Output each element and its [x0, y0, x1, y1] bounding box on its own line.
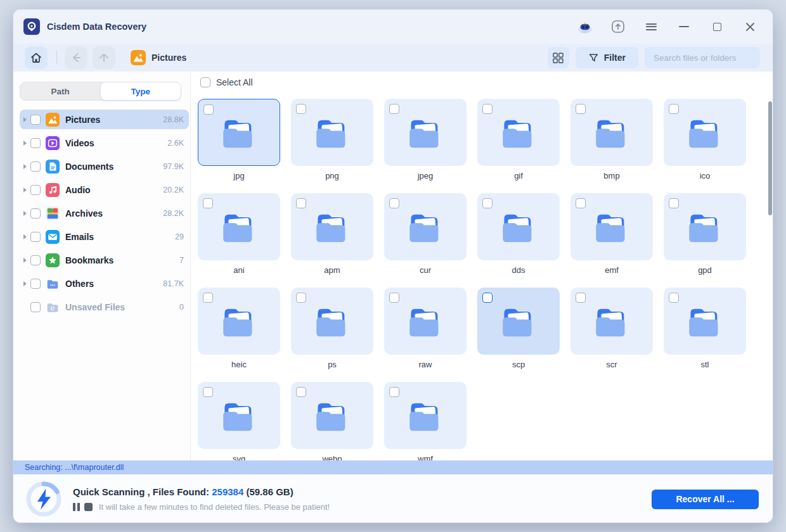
folder-checkbox[interactable]	[296, 104, 306, 114]
folder-checkbox[interactable]	[389, 198, 399, 208]
folder-tile-scr[interactable]: scr	[570, 288, 653, 371]
search-input[interactable]	[654, 53, 766, 63]
folder-tile-ani[interactable]: ani	[198, 193, 280, 277]
folder-tile-jpeg[interactable]: jpeg	[384, 99, 467, 182]
folder-checkbox[interactable]	[669, 198, 679, 208]
folder-checkbox[interactable]	[669, 293, 679, 303]
folder-checkbox[interactable]	[389, 104, 399, 114]
folder-checkbox[interactable]	[296, 387, 306, 397]
select-all[interactable]: Select All	[200, 77, 253, 87]
folder-tile-stl[interactable]: stl	[664, 288, 746, 371]
sidebar-item-checkbox[interactable]	[30, 279, 41, 289]
close-button[interactable]	[741, 18, 759, 35]
scan-progress-icon	[25, 480, 63, 518]
expand-caret-icon[interactable]	[23, 234, 27, 239]
folder-tile-cur[interactable]: cur	[384, 193, 467, 277]
folder-label: cur	[384, 265, 467, 277]
maximize-button[interactable]	[708, 18, 726, 35]
folder-tile-ico[interactable]: ico	[664, 99, 746, 182]
sidebar-item-checkbox[interactable]	[30, 255, 41, 265]
folder-checkbox[interactable]	[203, 198, 213, 208]
folder-icon	[496, 305, 541, 340]
folder-tile-ps[interactable]: ps	[291, 288, 373, 371]
folder-tile-webp[interactable]: webp	[291, 382, 373, 460]
sidebar-item-checkbox[interactable]	[30, 208, 41, 218]
sidebar-item-checkbox[interactable]	[30, 115, 41, 125]
sidebar-item-checkbox[interactable]	[30, 138, 41, 148]
expand-caret-icon[interactable]	[23, 141, 27, 146]
folder-tile-gif[interactable]: gif	[477, 99, 560, 182]
expand-caret-icon[interactable]	[23, 211, 27, 216]
tab-type[interactable]: Type	[101, 82, 181, 100]
expand-caret-icon[interactable]	[23, 258, 27, 263]
folder-tile-gpd[interactable]: gpd	[664, 193, 746, 277]
folder-tile-jpg[interactable]: jpg	[198, 99, 280, 182]
sidebar-item-others[interactable]: Others 81.7K	[20, 274, 189, 293]
sidebar-item-audio[interactable]: Audio 20.2K	[20, 180, 189, 200]
sidebar-item-checkbox[interactable]	[30, 302, 41, 312]
sidebar-item-checkbox[interactable]	[30, 185, 41, 195]
sidebar-item-label: Unsaved Files	[65, 302, 179, 312]
folder-icon	[310, 305, 354, 340]
folder-tile-raw[interactable]: raw	[384, 288, 467, 371]
select-all-checkbox[interactable]	[200, 77, 210, 87]
upload-button[interactable]	[609, 18, 627, 35]
expand-caret-icon[interactable]	[23, 281, 27, 286]
folder-tile-scp[interactable]: scp	[477, 288, 560, 371]
folder-tile-svg[interactable]: svg	[198, 382, 280, 460]
pictures-folder-icon	[131, 50, 146, 65]
sidebar-item-checkbox[interactable]	[30, 232, 41, 242]
view-mode-button[interactable]	[548, 47, 569, 68]
minimize-button[interactable]	[675, 18, 693, 35]
folder-tile-apm[interactable]: apm	[291, 193, 373, 277]
folder-checkbox[interactable]	[576, 104, 586, 114]
back-button[interactable]	[65, 46, 87, 69]
filter-button[interactable]: Filter	[576, 47, 638, 68]
folder-checkbox[interactable]	[203, 293, 213, 303]
sidebar-item-documents[interactable]: Documents 97.9K	[20, 156, 189, 176]
folder-checkbox[interactable]	[203, 387, 213, 397]
folder-tile-heic[interactable]: heic	[198, 288, 280, 371]
folder-tile-bmp[interactable]: bmp	[570, 99, 653, 182]
folder-checkbox[interactable]	[389, 387, 399, 397]
folder-label: stl	[664, 360, 746, 371]
folder-checkbox[interactable]	[482, 293, 493, 303]
folder-tile-png[interactable]: png	[291, 99, 373, 182]
folder-tile-dds[interactable]: dds	[477, 193, 560, 277]
folder-checkbox[interactable]	[576, 293, 586, 303]
menu-button[interactable]	[642, 18, 660, 35]
tab-path[interactable]: Path	[20, 82, 101, 100]
expand-caret-icon[interactable]	[23, 187, 27, 193]
sidebar-item-bookmarks[interactable]: Bookmarks 7	[20, 250, 189, 270]
up-button[interactable]	[93, 46, 115, 69]
sidebar-item-unsaved-files[interactable]: Unsaved Files 0	[20, 297, 189, 317]
folder-tile-emf[interactable]: emf	[570, 193, 653, 277]
folder-checkbox[interactable]	[389, 293, 399, 303]
expand-caret-icon[interactable]	[23, 164, 27, 169]
folder-checkbox[interactable]	[482, 198, 493, 208]
assistant-mascot-icon[interactable]	[576, 18, 594, 35]
expand-caret-icon[interactable]	[23, 117, 27, 122]
search-box[interactable]	[645, 47, 760, 68]
stop-button[interactable]	[84, 503, 93, 511]
sidebar-item-checkbox[interactable]	[30, 162, 41, 172]
folder-label: jpg	[198, 171, 280, 182]
folder-checkbox[interactable]	[482, 104, 493, 114]
sidebar-item-emails[interactable]: Emails 29	[20, 227, 189, 246]
folder-checkbox[interactable]	[203, 104, 214, 115]
folder-checkbox[interactable]	[296, 293, 306, 303]
pause-button[interactable]	[73, 503, 80, 511]
home-button[interactable]	[25, 46, 48, 69]
sidebar-item-videos[interactable]: Videos 2.6K	[20, 133, 189, 153]
emails-category-icon	[46, 230, 60, 244]
folder-label: bmp	[570, 171, 653, 182]
vertical-scrollbar[interactable]	[768, 101, 772, 215]
folder-checkbox[interactable]	[296, 198, 306, 208]
recover-all-button[interactable]: Recover All ...	[652, 490, 759, 509]
folder-checkbox[interactable]	[669, 104, 679, 114]
folder-checkbox[interactable]	[576, 198, 586, 208]
sidebar-item-archives[interactable]: Archives 28.2K	[20, 203, 189, 223]
folder-tile-wmf[interactable]: wmf	[384, 382, 467, 460]
folder-label: dds	[477, 265, 560, 277]
sidebar-item-pictures[interactable]: Pictures 28.8K	[20, 110, 189, 129]
